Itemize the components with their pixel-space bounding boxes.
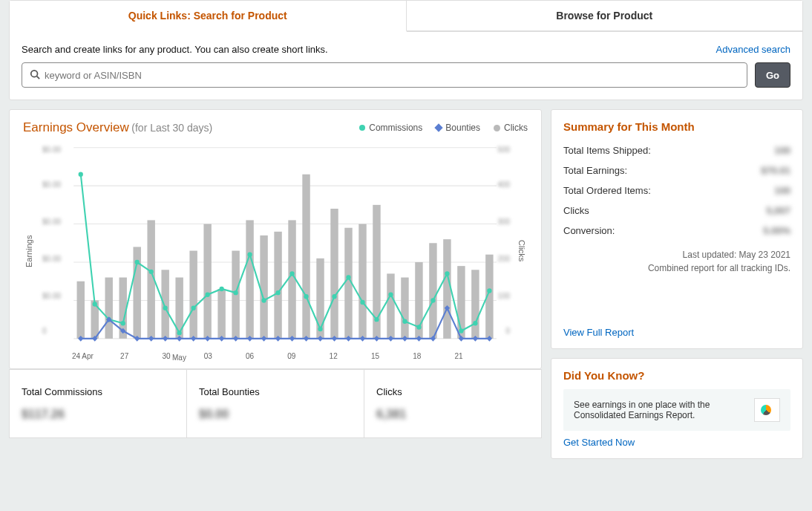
summary-ordered-label: Total Ordered Items: — [563, 185, 651, 196]
svg-point-44 — [163, 306, 168, 310]
earnings-chart: Earnings $0.00 $0.00 $0.00 $0.00 $0.00 0… — [23, 140, 528, 362]
svg-rect-18 — [217, 289, 225, 339]
y-axis-left-label: Earnings — [23, 140, 35, 362]
svg-rect-26 — [330, 209, 338, 339]
svg-point-47 — [206, 293, 210, 297]
total-commissions-value: $117.26 — [22, 408, 174, 421]
svg-rect-24 — [302, 175, 310, 339]
svg-point-42 — [135, 260, 140, 264]
view-full-report-link[interactable]: View Full Report — [563, 327, 790, 338]
svg-point-0 — [31, 70, 38, 77]
total-bounties-box: Total Bounties $0.00 — [187, 369, 364, 438]
svg-point-59 — [374, 317, 379, 322]
search-panel: Quick Links: Search for Product Browse f… — [9, 0, 803, 100]
tab-quick-links[interactable]: Quick Links: Search for Product — [10, 1, 407, 32]
svg-point-56 — [332, 294, 336, 299]
svg-point-53 — [289, 271, 294, 276]
total-clicks-label: Clicks — [376, 386, 529, 397]
svg-point-41 — [121, 321, 125, 325]
summary-ordered-value: 100 — [774, 185, 790, 196]
svg-point-66 — [473, 321, 477, 325]
svg-rect-10 — [105, 278, 113, 339]
search-icon — [30, 69, 40, 82]
product-link-tabs: Quick Links: Search for Product Browse f… — [10, 1, 802, 32]
search-hint: Search and create links for any product.… — [22, 44, 328, 55]
svg-rect-36 — [471, 270, 479, 339]
tab-browse[interactable]: Browse for Product — [407, 1, 803, 31]
summary-updated: Last updated: May 23 2021 — [563, 248, 790, 261]
x-axis-month: May — [172, 354, 186, 362]
svg-rect-21 — [260, 235, 267, 339]
svg-point-46 — [191, 306, 196, 310]
svg-point-49 — [233, 290, 238, 295]
svg-point-39 — [93, 302, 97, 306]
total-clicks-box: Clicks 6,381 — [364, 369, 542, 438]
svg-rect-8 — [77, 281, 85, 339]
earnings-overview-panel: Earnings Overview (for Last 30 days) Com… — [9, 109, 542, 369]
svg-point-63 — [430, 298, 435, 302]
svg-rect-28 — [358, 224, 366, 339]
total-commissions-label: Total Commissions — [22, 386, 174, 397]
svg-point-67 — [487, 288, 491, 293]
svg-rect-33 — [429, 243, 436, 339]
total-commissions-box: Total Commissions $117.26 — [9, 369, 187, 438]
svg-rect-34 — [443, 239, 451, 339]
svg-rect-14 — [161, 270, 168, 339]
summary-shipped-value: 100 — [774, 145, 790, 156]
search-box[interactable] — [22, 62, 747, 88]
svg-rect-25 — [316, 258, 324, 339]
summary-panel: Summary for This Month Total Items Shipp… — [551, 109, 803, 349]
legend-commissions: Commissions — [359, 123, 422, 133]
dyk-title: Did You Know? — [563, 369, 790, 382]
advanced-search-link[interactable]: Advanced search — [716, 44, 790, 55]
svg-rect-16 — [189, 251, 197, 339]
did-you-know-panel: Did You Know? See earnings in one place … — [551, 358, 803, 459]
svg-point-62 — [416, 325, 421, 329]
svg-rect-30 — [387, 273, 394, 338]
svg-point-61 — [402, 319, 407, 324]
svg-point-55 — [318, 327, 322, 331]
summary-conversion-value: 5.00% — [763, 225, 790, 236]
svg-point-48 — [219, 287, 223, 291]
earnings-subtitle: (for Last 30 days) — [131, 122, 212, 134]
svg-point-38 — [79, 172, 83, 177]
summary-earnings-label: Total Earnings: — [563, 165, 627, 176]
svg-point-60 — [388, 293, 393, 297]
svg-rect-31 — [401, 278, 408, 339]
dyk-banner: See earnings in one place with the Conso… — [563, 389, 790, 431]
total-clicks-value: 6,381 — [376, 408, 529, 421]
summary-title: Summary for This Month — [563, 120, 790, 133]
svg-rect-20 — [246, 220, 253, 338]
dyk-banner-text: See earnings in one place with the Conso… — [574, 400, 754, 420]
legend-bounties: Bounties — [436, 123, 480, 133]
svg-rect-17 — [203, 224, 211, 339]
summary-clicks-value: 5,007 — [766, 205, 790, 216]
get-started-link[interactable]: Get Started Now — [563, 437, 790, 448]
total-bounties-value: $0.00 — [199, 408, 352, 421]
svg-point-43 — [149, 270, 154, 274]
svg-rect-22 — [274, 232, 281, 339]
svg-point-57 — [346, 275, 350, 279]
summary-note: Combined report for all tracking IDs. — [563, 261, 790, 275]
y-axis-right-label: Clicks — [516, 140, 528, 362]
svg-point-51 — [261, 298, 266, 302]
svg-point-52 — [275, 290, 280, 295]
svg-point-50 — [247, 253, 252, 257]
total-bounties-label: Total Bounties — [199, 386, 352, 397]
totals-row: Total Commissions $117.26 Total Bounties… — [9, 369, 542, 438]
svg-point-58 — [360, 300, 364, 305]
svg-line-1 — [37, 76, 40, 79]
summary-shipped-label: Total Items Shipped: — [563, 145, 651, 156]
summary-earnings-value: $70.01 — [761, 165, 790, 176]
svg-point-54 — [304, 294, 308, 299]
summary-clicks-label: Clicks — [563, 205, 589, 216]
report-thumbnail-icon — [754, 398, 780, 422]
earnings-title: Earnings Overview — [23, 120, 129, 134]
svg-point-65 — [459, 328, 463, 333]
svg-point-64 — [445, 271, 449, 276]
legend-clicks: Clicks — [494, 123, 528, 133]
go-button[interactable]: Go — [755, 62, 790, 88]
summary-conversion-label: Conversion: — [563, 225, 615, 236]
search-input[interactable] — [45, 70, 739, 81]
chart-legend: Commissions Bounties Clicks — [359, 123, 528, 133]
